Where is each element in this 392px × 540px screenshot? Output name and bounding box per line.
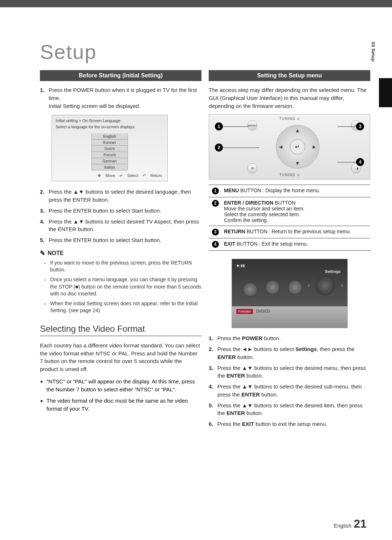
step-3: 3.Press the ENTER button to select Start… <box>40 207 201 215</box>
table-row: 3 RETURN BUTTON : Return to the previous… <box>209 226 370 238</box>
arrow-up-icon: ▲ <box>295 128 300 133</box>
setup-menu-intro: The access step may differ depending on … <box>209 86 370 110</box>
play-pause-icon: ▶ ▮▮ <box>237 263 245 267</box>
note-item: Once you select a menu language, you can… <box>50 276 201 298</box>
left-column: Before Starting (Initial Setting) 1. Pre… <box>40 70 201 431</box>
right-column: Setting the Setup menu The access step m… <box>209 70 370 431</box>
num-circle: 4 <box>212 241 219 248</box>
table-row: 2 ENTER / DIRECTION BUTTONMove the curso… <box>209 197 370 226</box>
footer-select: Select <box>127 173 138 178</box>
wheel-icon <box>243 282 257 297</box>
setup-step: 5.Press the ▲▼ buttons to select the des… <box>209 402 370 418</box>
note-heading: ✎ NOTE <box>40 249 201 257</box>
num-circle: 2 <box>212 200 219 207</box>
step-2: 2.Press the ▲▼ buttons to select the des… <box>40 188 201 204</box>
footer-return: Return <box>150 173 162 178</box>
video-bullet: "NTSC" or "PAL" will appear on the displ… <box>46 378 201 394</box>
callout-4: 4 <box>356 158 364 166</box>
return-icon: ↶ <box>143 173 146 178</box>
chevron-left-icon: ‹ <box>308 282 310 288</box>
num-circle: 1 <box>212 188 219 194</box>
page-footer: English21 <box>334 517 367 531</box>
side-block <box>379 78 392 107</box>
lang-option: Italian <box>91 164 128 170</box>
footer-move: Move <box>105 173 115 178</box>
tuning-down-label: TUNING ∨ <box>279 173 299 177</box>
section-bar-setup-menu: Setting the Setup menu <box>209 70 370 81</box>
move-icon: ✥ <box>98 173 101 178</box>
function-badge: Function <box>236 309 253 314</box>
video-bullet: The video format of the disc must be the… <box>46 397 201 413</box>
page-title: Setup <box>40 40 370 64</box>
initial-setting-screenshot: Initial setting > On-Screen Language Sel… <box>52 115 168 181</box>
step-4: 4.Press the ▲▼ buttons to select desired… <box>40 218 201 234</box>
manual-page: 03 Setup Setup Before Starting (Initial … <box>0 7 392 540</box>
lang-option: German <box>91 158 128 164</box>
enter-button-icon: ↵ <box>290 139 305 154</box>
settings-menu-screenshot: ▶ ▮▮ Settings ‹ › Function DVD/CD <box>232 259 348 328</box>
step-1: 1. Press the POWER button when it is plu… <box>40 86 201 110</box>
lang-option: Korean <box>91 140 128 146</box>
lang-option: English <box>91 133 128 140</box>
lang-option: Dutch <box>91 146 128 152</box>
video-format-intro: Each country has a different video forma… <box>40 342 201 373</box>
wheel-icon <box>288 280 302 295</box>
callout-2: 2 <box>215 144 223 152</box>
setup-step: 3.Press the ▲▼ buttons to select the des… <box>209 364 370 380</box>
callout-1: 1 <box>215 122 223 130</box>
chevron-right-icon: › <box>341 282 343 288</box>
menu-button-icon: MENU <box>247 120 257 130</box>
subhead-video-format: Selecting the Video Format <box>40 324 201 334</box>
table-row: 1 MENU BUTTON : Display the home menu. <box>209 185 370 197</box>
callout-3: 3 <box>356 122 364 130</box>
note-icon: ✎ <box>40 249 45 257</box>
side-tab: 03 Setup <box>371 42 376 61</box>
rule <box>40 335 201 337</box>
setup-step: 2.Press the ◄► buttons to select Setting… <box>209 345 370 361</box>
button-description-table: 1 MENU BUTTON : Display the home menu. 2… <box>209 185 370 251</box>
settings-label: Settings <box>325 269 340 274</box>
note-item: When the Initial Setting screen does not… <box>50 300 201 314</box>
num-circle: 3 <box>212 229 219 235</box>
arrow-right-icon: ► <box>312 144 317 150</box>
screen-breadcrumb: Initial setting > On-Screen Language <box>56 118 164 124</box>
lang-option: French <box>91 152 128 158</box>
step-5: 5.Press the ENTER button to select Start… <box>40 236 201 244</box>
tools-button-icon: ⚙ <box>247 163 257 173</box>
setup-step: 4.Press the ▲▼ buttons to select the des… <box>209 383 370 399</box>
note-item: If you want to move to the previous scre… <box>50 259 201 274</box>
mode-label: DVD/CD <box>256 309 270 313</box>
select-icon: ↵ <box>119 173 123 178</box>
section-bar-before-starting: Before Starting (Initial Setting) <box>40 70 201 81</box>
screen-prompt: Select a language for the on-screen disp… <box>56 124 164 130</box>
arrow-down-icon: ▼ <box>295 160 300 166</box>
tuning-up-label: TUNING ∧ <box>279 117 299 121</box>
setup-step: 6.Press the EXIT button to exit the setu… <box>209 420 370 428</box>
settings-gear-icon <box>315 276 335 295</box>
setup-step: 1.Press the POWER button. <box>209 334 370 342</box>
wheel-icon <box>265 280 280 295</box>
arrow-left-icon: ◄ <box>278 144 283 150</box>
remote-diagram: TUNING ∧ TUNING ∨ MENU ↶ ⚙ →▮ ▲ ▼ ◄ ► ↵ <box>209 114 370 180</box>
dpad: ▲ ▼ ◄ ► ↵ <box>276 125 319 169</box>
table-row: 4 EXIT BUTTON : Exit the setup menu. <box>209 238 370 251</box>
